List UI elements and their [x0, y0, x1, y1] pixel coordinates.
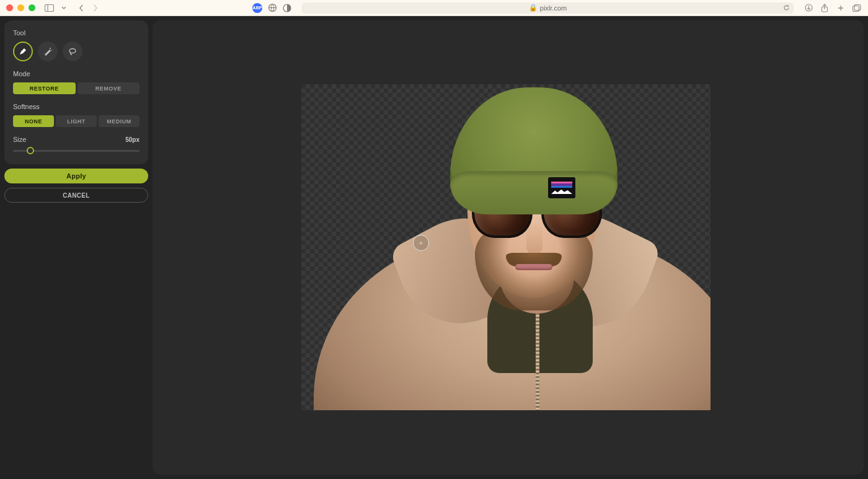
softness-light[interactable]: LIGHT — [56, 115, 97, 127]
mode-remove[interactable]: REMOVE — [78, 82, 140, 94]
chevron-down-icon[interactable] — [59, 3, 69, 13]
softness-none[interactable]: NONE — [13, 115, 54, 127]
svg-point-8 — [50, 48, 51, 49]
slider-thumb[interactable] — [27, 147, 34, 154]
svg-point-10 — [69, 49, 76, 53]
canvas-area[interactable]: + — [153, 20, 864, 475]
softness-medium[interactable]: MEDIUM — [99, 115, 140, 127]
tool-panel: Tool Mode RESTORE REMOVE Softness NONE — [4, 20, 148, 164]
mode-section-label: Mode — [13, 70, 140, 77]
tab-overview-icon[interactable] — [852, 3, 862, 13]
tool-lasso[interactable] — [63, 42, 82, 61]
softness-section-label: Softness — [13, 103, 140, 110]
close-window-icon[interactable] — [6, 4, 13, 11]
tool-draw-brush[interactable] — [13, 42, 33, 61]
share-icon[interactable] — [820, 3, 830, 13]
size-slider[interactable] — [13, 146, 140, 156]
downloads-icon[interactable] — [804, 3, 813, 13]
minimize-window-icon[interactable] — [17, 4, 24, 11]
url-bar[interactable]: 🔒 pixlr.com — [302, 2, 794, 14]
left-panel: Tool Mode RESTORE REMOVE Softness NONE — [4, 20, 148, 475]
size-value: 50px — [125, 136, 140, 143]
nav-back-icon[interactable] — [76, 3, 86, 13]
lock-icon: 🔒 — [529, 4, 538, 12]
translate-extension-icon[interactable] — [267, 3, 277, 13]
sidebar-toggle-icon[interactable] — [44, 3, 54, 13]
extension-icons: ABP — [252, 3, 292, 13]
softness-segmented: NONE LIGHT MEDIUM — [13, 115, 140, 127]
fullscreen-window-icon[interactable] — [29, 4, 35, 11]
svg-point-9 — [51, 50, 52, 51]
nav-forward-icon[interactable] — [90, 3, 100, 13]
abp-extension-icon[interactable]: ABP — [252, 3, 262, 13]
svg-rect-0 — [45, 4, 53, 11]
tool-section-label: Tool — [13, 29, 140, 37]
canvas-image — [301, 84, 711, 410]
svg-rect-7 — [854, 4, 861, 10]
app-body: Tool Mode RESTORE REMOVE Softness NONE — [0, 16, 868, 479]
mode-restore[interactable]: RESTORE — [13, 82, 76, 94]
reader-extension-icon[interactable] — [282, 3, 292, 13]
tool-magic-brush[interactable] — [38, 42, 58, 61]
new-tab-icon[interactable] — [836, 3, 846, 13]
svg-rect-6 — [853, 6, 859, 11]
apply-button[interactable]: Apply — [4, 169, 148, 183]
cancel-button[interactable]: CANCEL — [4, 188, 148, 203]
size-section-label: Size — [13, 136, 26, 143]
action-buttons: Apply CANCEL — [4, 169, 148, 203]
window-controls — [6, 4, 35, 11]
url-host-text: pixlr.com — [540, 4, 567, 12]
reload-icon[interactable] — [783, 4, 790, 11]
mode-segmented: RESTORE REMOVE — [13, 82, 140, 94]
browser-toolbar: ABP 🔒 pixlr.com — [0, 0, 868, 16]
